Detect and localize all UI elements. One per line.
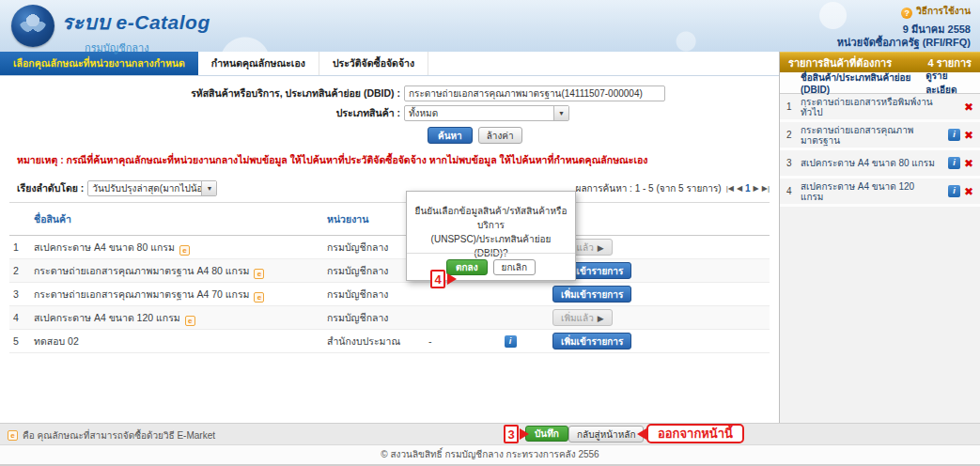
item-name: กระดาษถ่ายเอกสารหรือพิมพ์งานทั่วไป <box>801 97 940 117</box>
page-first-icon[interactable]: |◀ <box>726 184 734 193</box>
sidebar-column-headers: ชื่อสินค้า/ประเภทสินค้าย่อย (DBID) ดูราย… <box>780 72 980 94</box>
item-name: สเปคกระดาษ A4 ขนาด 120 แกรม <box>801 181 940 202</box>
sidebar-title: รายการสินค้าที่ต้องการ <box>788 54 892 71</box>
sidebar-list-item: 4 สเปคกระดาษ A4 ขนาด 120 แกรม i ✖ <box>780 179 980 207</box>
mid-price: - <box>425 330 479 353</box>
product-type-select[interactable]: ทั้งหมด ▼ <box>404 105 569 121</box>
annotation-arrow-left-icon <box>637 428 646 440</box>
info-icon[interactable]: i <box>948 185 960 197</box>
page-number[interactable]: 1 <box>745 183 751 194</box>
annotation-exit-label: ออกจากหน้านี้ <box>646 424 744 443</box>
tab-1[interactable]: กำหนดคุณลักษณะเอง <box>198 52 319 75</box>
add-to-list-button[interactable]: เพิ่มเข้ารายการ <box>552 286 631 303</box>
agency-name: กรมบัญชีกลาง <box>323 306 425 330</box>
sidebar-col-name: ชื่อสินค้า/ประเภทสินค้าย่อย (DBID) <box>801 70 926 95</box>
item-name: สเปคกระดาษ A4 ขนาด 80 แกรม <box>801 158 940 168</box>
product-type-value: ทั้งหมด <box>405 106 553 120</box>
table-row: 3 กระดาษถ่ายเอกสารคุณภาพมาตรฐาน A4 70 แก… <box>9 283 770 306</box>
page: ระบบ e-Catalog กรมบัญชีกลาง ?วิธีการใช้ง… <box>0 0 980 466</box>
type-field-label: ประเภทสินค้า : <box>0 105 404 121</box>
item-number: 3 <box>786 158 801 168</box>
page-next-icon[interactable]: ▶ <box>754 184 759 193</box>
table-row: 4 สเปคกระดาษ A4 ขนาด 120 แกรมe กรมบัญชีก… <box>9 306 770 330</box>
sort-value: วันปรับปรุงล่าสุด(มากไปน้อย) <box>88 181 201 195</box>
emarket-icon: e <box>185 316 195 326</box>
product-name: สเปคกระดาษ A4 ขนาด 120 แกรม <box>34 312 180 323</box>
clear-button[interactable]: ล้างค่า <box>478 127 522 144</box>
search-form: รหัสสินค้าหรือบริการ, ประเภทสินค้าย่อย (… <box>0 76 779 168</box>
department-logo-icon <box>11 5 54 47</box>
item-name: กระดาษถ่ายเอกสารคุณภาพมาตรฐาน <box>801 125 940 146</box>
add-to-list-button[interactable]: เพิ่มเข้ารายการ <box>552 333 631 350</box>
annotation-arrow-right-icon <box>447 273 457 285</box>
info-icon[interactable]: i <box>505 335 517 348</box>
app-title: ระบบ e-Catalog <box>62 7 210 38</box>
confirm-message-line1: ยืนยันเลือกข้อมูลสินค้า/รหัสสินค้าหรือบร… <box>414 204 568 232</box>
emarket-icon: e <box>179 245 190 256</box>
arrow-right-icon: ▶ <box>598 314 604 323</box>
search-note: หมายเหตุ : กรณีที่ค้นหาคุณลักษณะที่หน่วย… <box>17 152 779 168</box>
emarket-icon: e <box>254 292 264 303</box>
agency-name: กรมบัญชีกลาง <box>323 283 425 306</box>
table-row: 5 ทดสอบ 02 สำนักงบประมาณ - i เพิ่มเข้ารา… <box>9 330 770 353</box>
tab-2[interactable]: ประวัติจัดซื้อจัดจ้าง <box>319 52 428 75</box>
confirm-dialog: ยืนยันเลือกข้อมูลสินค้า/รหัสสินค้าหรือบร… <box>406 191 576 281</box>
col-header-name: ชื่อสินค้า <box>30 203 323 236</box>
confirm-cancel-button[interactable]: ยกเลิก <box>493 259 537 275</box>
annotation-step-4: 4 <box>430 270 445 288</box>
current-date: 9 มีนาคม 2558 <box>837 23 971 36</box>
page-prev-icon[interactable]: ◀ <box>737 184 742 193</box>
pagination: |◀ ◀ 1 ▶ ▶| <box>726 183 770 194</box>
product-name: สเปคกระดาษ A4 ขนาด 80 แกรม <box>34 241 175 253</box>
remove-icon[interactable]: ✖ <box>964 101 973 113</box>
results-summary: ผลการค้นหา : 1 - 5 (จาก 5 รายการ) <box>576 181 722 195</box>
chevron-down-icon: ▼ <box>201 181 216 195</box>
row-number: 2 <box>9 259 30 283</box>
info-icon[interactable]: i <box>948 129 960 141</box>
row-number: 5 <box>9 330 30 353</box>
emarket-icon: e <box>254 269 264 279</box>
page-last-icon[interactable]: ▶| <box>762 184 770 193</box>
annotation-step-3: 3 <box>504 425 519 443</box>
remove-icon[interactable]: ✖ <box>964 158 973 169</box>
sidebar-list-item: 3 สเปคกระดาษ A4 ขนาด 80 แกรม i ✖ <box>780 150 980 179</box>
already-added-button[interactable]: เพิ่มแล้ว▶ <box>552 309 613 326</box>
mid-price <box>425 306 479 330</box>
table-row: 2 กระดาษถ่ายเอกสารคุณภาพมาตรฐาน A4 80 แก… <box>9 259 770 283</box>
arrow-right-icon: ▶ <box>598 243 604 253</box>
sort-select[interactable]: วันปรับปรุงล่าสุด(มากไปน้อย) ▼ <box>87 180 217 196</box>
selected-items-sidebar: รายการสินค้าที่ต้องการ 4 รายการ ชื่อสินค… <box>779 52 980 423</box>
info-icon[interactable]: i <box>948 157 960 169</box>
confirm-ok-button[interactable]: ตกลง <box>446 259 488 275</box>
item-number: 4 <box>786 186 801 196</box>
product-name: ทดสอบ 02 <box>34 335 79 347</box>
sidebar-col-detail: ดูรายละเอียด <box>926 69 972 97</box>
row-number: 1 <box>9 236 30 259</box>
item-number: 1 <box>786 101 801 112</box>
legend-text: คือ คุณลักษณะที่สามารถจัดซื้อด้วยวิธี E-… <box>23 428 215 443</box>
remove-icon[interactable]: ✖ <box>964 186 973 197</box>
sort-label: เรียงลำดับโดย : <box>17 180 84 196</box>
annotation-arrow-right-icon <box>520 428 529 440</box>
code-field-label: รหัสสินค้าหรือบริการ, ประเภทสินค้าย่อย (… <box>0 85 404 101</box>
table-row: 1 สเปคกระดาษ A4 ขนาด 80 แกรมe กรมบัญชีกล… <box>9 236 770 259</box>
copyright-footer: © สงวนลิขสิทธิ์ กรมบัญชีกลาง กระทรวงการค… <box>0 444 980 466</box>
app-header: ระบบ e-Catalog กรมบัญชีกลาง ?วิธีการใช้ง… <box>0 0 980 52</box>
product-name: กระดาษถ่ายเอกสารคุณภาพมาตรฐาน A4 70 แกรม <box>34 288 249 300</box>
bottom-bar: e คือ คุณลักษณะที่สามารถจัดซื้อด้วยวิธี … <box>0 423 980 444</box>
help-link[interactable]: ?วิธีการใช้งาน <box>837 4 971 19</box>
help-icon: ? <box>901 8 912 19</box>
item-number: 2 <box>786 130 801 140</box>
app-subtitle: กรมบัญชีกลาง <box>85 39 210 56</box>
remove-icon[interactable]: ✖ <box>964 130 973 141</box>
row-number: 4 <box>9 306 30 330</box>
code-search-input[interactable] <box>404 85 665 101</box>
help-label: วิธีการใช้งาน <box>916 6 971 16</box>
search-button[interactable]: ค้นหา <box>428 127 473 144</box>
chevron-down-icon: ▼ <box>553 106 568 120</box>
back-to-home-button[interactable]: กลับสู่หน้าหลัก <box>568 426 644 443</box>
save-button[interactable]: บันทึก <box>525 426 568 442</box>
row-number: 3 <box>9 283 30 306</box>
product-name: กระดาษถ่ายเอกสารคุณภาพมาตรฐาน A4 80 แกรม <box>34 265 249 276</box>
results-table: ชื่อสินค้า หน่วยงาน ราคากลาง ดูรายละเอีย… <box>9 202 770 353</box>
